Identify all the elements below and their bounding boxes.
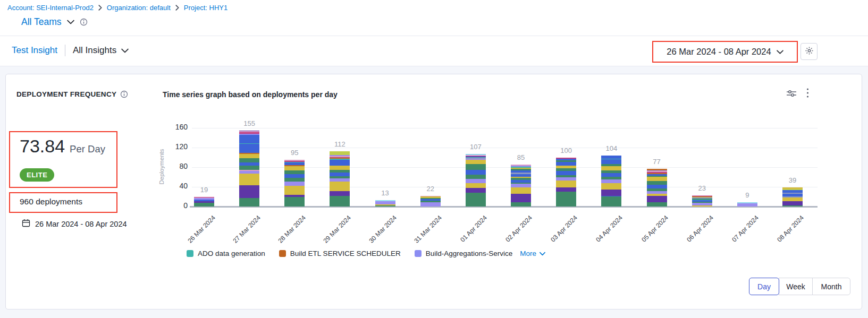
chart-menu-button[interactable] (806, 88, 809, 100)
chart-plot-area: 1926 Mar 202415527 Mar 20249528 Mar 2024… (192, 128, 818, 207)
insight-scope-dropdown[interactable]: All Insights (73, 45, 129, 56)
granularity-week-button[interactable]: Week (779, 278, 813, 295)
insight-scope-label: All Insights (73, 45, 116, 56)
bar-segment (239, 144, 259, 153)
stacked-bar-29-mar-2024[interactable] (330, 151, 350, 207)
metric-unit: Per Day (70, 143, 105, 155)
bar-segment (239, 185, 259, 198)
breadcrumb-item[interactable]: Account: SEI-Internal-Prod2 (7, 4, 94, 12)
deployment-frequency-card: DEPLOYMENT FREQUENCY Time series graph b… (5, 74, 862, 310)
bar-segment (330, 166, 350, 169)
bar-segment (556, 192, 576, 207)
bar-segment (466, 160, 486, 164)
more-label: More (520, 250, 536, 257)
y-axis-tick-label: 0 (155, 201, 188, 210)
kebab-menu-icon (806, 91, 809, 100)
team-selector-label: All Teams (21, 16, 62, 28)
y-axis-tick-label: 40 (155, 182, 188, 190)
bar-value-label: 104 (595, 144, 627, 152)
bar-segment (375, 205, 395, 207)
stacked-bar-27-mar-2024[interactable] (239, 131, 259, 207)
stacked-bar-08-apr-2024[interactable] (782, 187, 803, 207)
chart-legend: ADO data generationBuild ETL SERVICE SCH… (187, 250, 545, 257)
bar-value-label: 22 (415, 185, 446, 193)
bar-segment (556, 181, 576, 187)
breadcrumb-item[interactable]: Project: HHY1 (184, 4, 227, 12)
x-axis-label: 01 Apr 2024 (448, 214, 488, 255)
stacked-bar-06-apr-2024[interactable] (692, 195, 712, 207)
info-icon[interactable] (80, 18, 88, 26)
team-selector[interactable]: All Teams (21, 16, 88, 28)
stacked-bar-28-mar-2024[interactable] (284, 160, 305, 207)
stacked-bar-05-apr-2024[interactable] (647, 169, 667, 207)
legend-item[interactable]: ADO data generation (187, 250, 265, 257)
page: Account: SEI-Internal-Prod2Organization:… (0, 0, 868, 318)
calendar-icon (22, 219, 30, 229)
legend-label: Build ETL SERVICE SCHEDULER (290, 250, 401, 257)
x-axis-label: 05 Apr 2024 (628, 214, 669, 255)
settings-gear-button[interactable] (800, 43, 818, 60)
bar-segment (420, 202, 441, 207)
bar-segment (284, 174, 305, 178)
bar-segment (330, 160, 350, 166)
bar-segment (647, 177, 667, 181)
stacked-bar-07-apr-2024[interactable] (737, 202, 757, 207)
date-range-label: 26 Mar 2024 - 08 Apr 2024 (667, 47, 771, 57)
stacked-bar-02-apr-2024[interactable] (511, 165, 531, 207)
x-axis-label: 30 Mar 2024 (357, 214, 398, 255)
x-axis-label: 29 Mar 2024 (311, 214, 352, 255)
bar-segment (466, 164, 486, 170)
bar-segment (556, 187, 576, 192)
info-icon[interactable] (120, 90, 128, 98)
stacked-bar-03-apr-2024[interactable] (556, 158, 576, 207)
chevron-down-icon (777, 50, 783, 54)
widget-date-range-label: 26 Mar 2024 - 08 Apr 2024 (35, 220, 127, 228)
bar-value-label: 107 (460, 143, 492, 151)
bar-segment (239, 166, 259, 170)
stacked-bar-04-apr-2024[interactable] (601, 156, 621, 207)
legend-more-link[interactable]: More (520, 250, 545, 257)
legend-item[interactable]: Build ETL SERVICE SCHEDULER (279, 250, 401, 257)
bar-value-label: 77 (641, 158, 673, 166)
bar-segment (330, 191, 350, 195)
bar-value-label: 39 (777, 176, 808, 184)
granularity-day-button[interactable]: Day (749, 278, 779, 295)
chart-filter-button[interactable] (786, 89, 797, 100)
y-axis-tick-label: 120 (155, 142, 188, 151)
stacked-bar-26-mar-2024[interactable] (194, 197, 214, 207)
bar-segment (330, 182, 350, 192)
legend-swatch (279, 250, 286, 257)
bar-segment (239, 158, 259, 162)
separator (65, 45, 65, 56)
stacked-bar-31-mar-2024[interactable] (420, 196, 441, 207)
bar-segment (511, 202, 531, 207)
granularity-month-button[interactable]: Month (812, 278, 850, 295)
x-axis-label: 03 Apr 2024 (538, 214, 579, 255)
chevron-right-icon (98, 5, 102, 11)
insight-name-link[interactable]: Test Insight (12, 45, 57, 56)
bar-segment (194, 203, 214, 207)
x-axis-label: 06 Apr 2024 (673, 214, 714, 255)
x-axis-label: 28 Mar 2024 (266, 214, 307, 255)
breadcrumb: Account: SEI-Internal-Prod2Organization:… (7, 4, 227, 12)
bar-segment (466, 193, 486, 207)
stacked-bar-30-mar-2024[interactable] (375, 200, 395, 207)
chevron-down-icon (121, 48, 129, 53)
bar-segment (284, 166, 305, 170)
x-axis-baseline (190, 206, 818, 208)
breadcrumb-item[interactable]: Organization: default (107, 4, 171, 12)
stacked-bar-01-apr-2024[interactable] (466, 154, 486, 207)
granularity-toggle: DayWeekMonth (749, 278, 850, 295)
legend-item[interactable]: Build-Aggregations-Service (415, 250, 513, 257)
bar-segment (466, 170, 486, 174)
date-range-selector[interactable]: 26 Mar 2024 - 08 Apr 2024 (654, 42, 796, 62)
bar-segment (511, 187, 531, 194)
x-axis-label: 31 Mar 2024 (402, 214, 443, 255)
y-axis-tick-label: 160 (155, 123, 188, 131)
bar-segment (284, 182, 305, 186)
bar-value-label: 100 (550, 147, 582, 154)
performance-badge: ELITE (20, 168, 54, 182)
header-divider (0, 36, 868, 36)
widget-date-range: 26 Mar 2024 - 08 Apr 2024 (22, 219, 127, 229)
bar-segment (466, 188, 486, 193)
